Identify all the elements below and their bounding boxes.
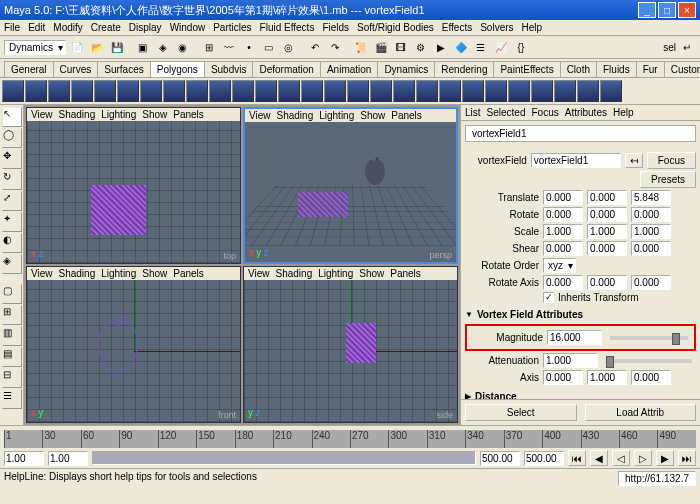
menu-display[interactable]: Display [129, 22, 162, 33]
range-end-input[interactable] [480, 451, 520, 466]
scale-tool-icon[interactable]: ⤢ [2, 191, 22, 211]
menu-window[interactable]: Window [170, 22, 206, 33]
axis-y-input[interactable] [587, 370, 627, 385]
menu-fluid-effects[interactable]: Fluid Effects [260, 22, 315, 33]
step-forward-icon[interactable]: ▶ [656, 450, 674, 466]
time-ruler[interactable]: 1 30 60 90 120 150 180 210 240 270 300 3… [4, 430, 696, 448]
shelf-booleans-icon[interactable] [324, 80, 346, 102]
rotate-order-dropdown[interactable]: xyz [543, 258, 576, 273]
attenuation-slider[interactable] [606, 359, 692, 363]
shear-z-input[interactable] [631, 241, 671, 256]
menu-create[interactable]: Create [91, 22, 121, 33]
axis-x-input[interactable] [543, 370, 583, 385]
rewind-icon[interactable]: ⏮ [568, 450, 586, 466]
tab-cloth[interactable]: Cloth [560, 61, 597, 77]
menu-solvers[interactable]: Solvers [480, 22, 513, 33]
vp-menu-shading[interactable]: Shading [59, 268, 96, 279]
construction-history-icon[interactable]: 📜 [352, 38, 370, 56]
layout-two-stacked-icon[interactable]: ▤ [2, 347, 22, 367]
soft-mod-tool-icon[interactable]: ◐ [2, 233, 22, 253]
snap-plane-icon[interactable]: ▭ [260, 38, 278, 56]
graph-editor-icon[interactable]: 📈 [492, 38, 510, 56]
move-tool-icon[interactable]: ✥ [2, 149, 22, 169]
vp-menu-panels[interactable]: Panels [173, 109, 204, 120]
attenuation-input[interactable] [543, 353, 598, 368]
outliner-icon[interactable]: ☰ [472, 38, 490, 56]
shelf-bevel-icon[interactable] [393, 80, 415, 102]
tab-surfaces[interactable]: Surfaces [97, 61, 150, 77]
rotate-axis-y-input[interactable] [587, 275, 627, 290]
vp-menu-show[interactable]: Show [142, 268, 167, 279]
rotate-tool-icon[interactable]: ↻ [2, 170, 22, 190]
mode-dropdown[interactable]: Dynamics [4, 40, 66, 55]
ae-menu-attributes[interactable]: Attributes [565, 107, 607, 118]
shelf-polysoccer-icon[interactable] [232, 80, 254, 102]
viewport-front[interactable]: View Shading Lighting Show Panels x y fr… [26, 266, 241, 423]
tab-custom[interactable]: Custom [664, 61, 700, 77]
save-scene-icon[interactable]: 💾 [108, 38, 126, 56]
tab-fur[interactable]: Fur [636, 61, 665, 77]
viewport-persp-canvas[interactable]: x y z persp [245, 122, 456, 262]
new-scene-icon[interactable]: 📄 [68, 38, 86, 56]
magnitude-input[interactable] [547, 330, 602, 345]
close-button[interactable]: × [678, 2, 696, 18]
shelf-polycube-icon[interactable] [2, 80, 24, 102]
vp-menu-show[interactable]: Show [360, 110, 385, 121]
translate-y-input[interactable] [587, 190, 627, 205]
inherits-checkbox[interactable]: ✓ [543, 292, 554, 303]
shelf-smooth-icon[interactable] [347, 80, 369, 102]
menu-modify[interactable]: Modify [53, 22, 82, 33]
node-tab[interactable]: vortexField1 [465, 125, 696, 142]
range-bar[interactable] [92, 451, 476, 465]
shelf-wedge-icon[interactable] [577, 80, 599, 102]
step-back-icon[interactable]: ◀ [590, 450, 608, 466]
viewport-side[interactable]: View Shading Lighting Show Panels y z si… [243, 266, 458, 423]
select-by-component-icon[interactable]: ◉ [174, 38, 192, 56]
minimize-button[interactable]: _ [638, 2, 656, 18]
viewport-front-canvas[interactable]: x y front [27, 280, 240, 422]
shelf-polyhelix-icon[interactable] [209, 80, 231, 102]
playback-start-input[interactable] [4, 451, 44, 466]
magnitude-slider[interactable]: .slider[style*="80"]::after{left:80%} [610, 336, 688, 340]
range-start-input[interactable] [48, 451, 88, 466]
menu-effects[interactable]: Effects [442, 22, 472, 33]
shelf-append-icon[interactable] [439, 80, 461, 102]
viewport-persp[interactable]: View Shading Lighting Show Panels x y z … [243, 107, 458, 264]
input-line-icon[interactable]: ↵ [678, 38, 696, 56]
shelf-polypyramid-icon[interactable] [163, 80, 185, 102]
shelf-collapse-icon[interactable] [531, 80, 553, 102]
rotate-z-input[interactable] [631, 207, 671, 222]
viewport-top-canvas[interactable]: x z top [27, 121, 240, 263]
select-by-hierarchy-icon[interactable]: ▣ [134, 38, 152, 56]
redo-icon[interactable]: ↷ [326, 38, 344, 56]
load-attributes-button[interactable]: Load Attrib [585, 404, 697, 421]
layout-single-icon[interactable]: ▢ [2, 284, 22, 304]
play-back-icon[interactable]: ◁ [612, 450, 630, 466]
shelf-bridge-icon[interactable] [416, 80, 438, 102]
select-button[interactable]: Select [465, 404, 577, 421]
ae-menu-focus[interactable]: Focus [531, 107, 558, 118]
focus-button[interactable]: Focus [647, 152, 696, 169]
vp-menu-lighting[interactable]: Lighting [318, 268, 353, 279]
node-name-input[interactable] [531, 153, 621, 168]
shelf-extract-icon[interactable] [301, 80, 323, 102]
undo-icon[interactable]: ↶ [306, 38, 324, 56]
script-editor-icon[interactable]: {} [512, 38, 530, 56]
presets-button[interactable]: Presets [640, 171, 696, 188]
rotate-y-input[interactable] [587, 207, 627, 222]
show-manip-icon[interactable]: ◈ [2, 254, 22, 274]
vp-menu-shading[interactable]: Shading [59, 109, 96, 120]
playblast-icon[interactable]: ▶ [432, 38, 450, 56]
shelf-polycone-icon[interactable] [71, 80, 93, 102]
ipr-render-icon[interactable]: 🎞 [392, 38, 410, 56]
play-forward-icon[interactable]: ▷ [634, 450, 652, 466]
select-tool-icon[interactable]: ↖ [2, 107, 22, 127]
shelf-split-icon[interactable] [462, 80, 484, 102]
scale-z-input[interactable] [631, 224, 671, 239]
shelf-extrude-icon[interactable] [370, 80, 392, 102]
tab-curves[interactable]: Curves [53, 61, 99, 77]
snap-point-icon[interactable]: • [240, 38, 258, 56]
rotate-axis-z-input[interactable] [631, 275, 671, 290]
scale-y-input[interactable] [587, 224, 627, 239]
tab-polygons[interactable]: Polygons [150, 61, 205, 77]
